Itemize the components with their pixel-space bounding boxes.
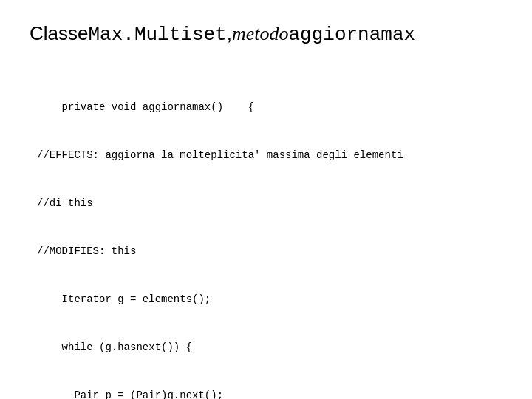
title-comma: , — [227, 22, 232, 45]
title-prefix: Classe — [30, 22, 88, 45]
code-line-2: //EFFECTS: aggiorna la molteplicita' mas… — [37, 148, 502, 164]
code-line-7: Pair p = (Pair)g.next(); — [37, 388, 502, 399]
code-line-1: private void aggiornamax() { — [37, 100, 502, 116]
code-line-5: Iterator g = elements(); — [37, 292, 502, 308]
code-line-6: while (g.hasnext()) { — [37, 340, 502, 356]
page-container: Classe Max.Multiset, metodo aggiornamax … — [0, 0, 532, 399]
title-methodname: aggiornamax — [289, 24, 416, 47]
title-metodo: metodo — [232, 22, 289, 45]
code-line-3: //di this — [37, 196, 502, 212]
slide-title: Classe Max.Multiset, metodo aggiornamax — [30, 22, 502, 47]
title-classname: Max.Multiset — [88, 24, 226, 47]
code-line-4: //MODIFIES: this — [37, 244, 502, 260]
code-block: private void aggiornamax() { //EFFECTS: … — [30, 67, 502, 399]
